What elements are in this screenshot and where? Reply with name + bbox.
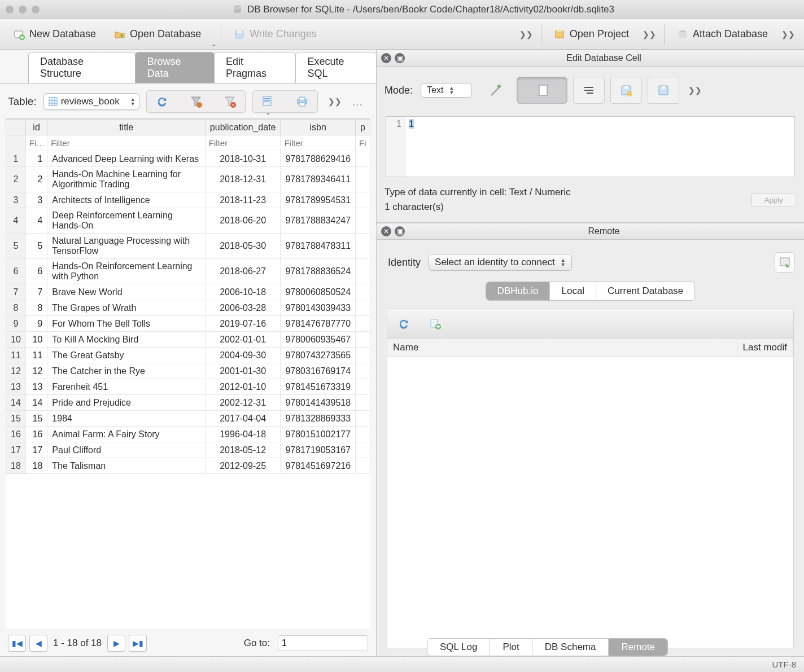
cell-publication-date[interactable]: 2017-04-04 [205, 411, 281, 427]
cell-id[interactable]: 5 [25, 234, 47, 259]
cell-isbn[interactable]: 9780141439518 [281, 395, 356, 411]
cell-p[interactable] [356, 234, 370, 259]
cell-isbn[interactable]: 9780143039433 [281, 300, 356, 316]
cell-p[interactable] [356, 284, 370, 300]
save-filter-button[interactable] [222, 94, 237, 109]
new-database-button[interactable]: New Database [6, 25, 104, 43]
cell-publication-date[interactable]: 2018-05-12 [205, 442, 281, 458]
export-button[interactable] [648, 77, 679, 104]
close-panel-button[interactable]: ✕ [381, 226, 391, 236]
cell-p[interactable] [356, 427, 370, 442]
filter-isbn-input[interactable] [284, 138, 352, 148]
cell-id[interactable]: 1 [25, 151, 47, 167]
cell-title[interactable]: Advanced Deep Learning with Keras [47, 151, 206, 167]
goto-input[interactable] [278, 635, 368, 651]
close-panel-button[interactable]: ✕ [381, 53, 391, 63]
cell-publication-date[interactable]: 2018-06-20 [205, 208, 281, 234]
cell-isbn[interactable]: 9780743273565 [281, 348, 356, 363]
cell-publication-date[interactable]: 2004-09-30 [205, 348, 281, 363]
cell-id[interactable]: 9 [25, 316, 47, 332]
cell-publication-date[interactable]: 2018-05-30 [205, 234, 281, 259]
column-header-isbn[interactable]: isbn [281, 120, 356, 135]
cell-id[interactable]: 18 [25, 458, 47, 474]
table-row[interactable]: 66Hands-On Reinforcement Learning with P… [6, 259, 370, 284]
cell-publication-date[interactable]: 2006-10-18 [205, 284, 281, 300]
table-row[interactable]: 1717Paul Clifford2018-05-129781719053167 [6, 442, 370, 458]
filter-title-input[interactable] [51, 138, 202, 148]
cell-id[interactable]: 10 [25, 332, 47, 348]
table-row[interactable]: 88The Grapes of Wrath2006-03-28978014303… [6, 300, 370, 316]
attach-database-button[interactable]: Attach Database [669, 25, 776, 43]
cell-p[interactable] [356, 316, 370, 332]
cell-publication-date[interactable]: 2018-06-27 [205, 259, 281, 284]
insert-record-button[interactable]: ⌄ [261, 94, 276, 109]
detach-panel-button[interactable]: ▣ [395, 226, 405, 236]
tab-local[interactable]: Local [550, 282, 596, 300]
cell-isbn[interactable]: 9780060935467 [281, 332, 356, 348]
table-row[interactable]: 44Deep Reinforcement Learning Hands-On20… [6, 208, 370, 234]
cell-value-text[interactable]: 1 [405, 117, 794, 177]
cell-publication-date[interactable]: 2018-11-23 [205, 192, 281, 208]
tab-plot[interactable]: Plot [490, 639, 532, 656]
identity-selector[interactable]: Select an identity to connect ▲▼ [429, 254, 572, 271]
detach-panel-button[interactable]: ▣ [395, 53, 405, 63]
cell-isbn[interactable]: 9780151002177 [281, 427, 356, 442]
print-button[interactable] [295, 94, 309, 109]
encoding-indicator[interactable]: UTF-8 [772, 660, 797, 669]
filter-pub-input[interactable] [209, 138, 277, 148]
refresh-button[interactable] [155, 94, 169, 109]
cell-title[interactable]: The Grapes of Wrath [47, 300, 206, 316]
open-database-button[interactable]: Open Database [106, 25, 209, 43]
filter-id-input[interactable] [29, 138, 44, 148]
cell-isbn[interactable]: 9781451697216 [281, 458, 356, 474]
cell-title[interactable]: To Kill A Mocking Bird [47, 332, 206, 348]
open-project-button[interactable]: Open Project [546, 25, 637, 43]
table-row[interactable]: 99For Whom The Bell Tolls2019-07-1697814… [6, 316, 370, 332]
more-button[interactable]: … [352, 95, 364, 108]
next-page-button[interactable]: ▶ [107, 635, 125, 652]
cell-id[interactable]: 16 [25, 427, 47, 442]
remote-header-name[interactable]: Name [387, 339, 737, 357]
cell-title[interactable]: Farenheit 451 [47, 379, 206, 395]
cell-p[interactable] [356, 208, 370, 234]
tab-edit-pragmas[interactable]: Edit Pragmas [214, 52, 296, 83]
rtl-button[interactable] [573, 77, 605, 104]
cell-p[interactable] [356, 192, 370, 208]
table-row[interactable]: 1010To Kill A Mocking Bird2002-01-019780… [6, 332, 370, 348]
tab-browse-data[interactable]: Browse Data [135, 52, 215, 83]
cell-isbn[interactable]: 9781451673319 [281, 379, 356, 395]
remote-header-last-modified[interactable]: Last modif [737, 339, 793, 357]
cell-id[interactable]: 13 [25, 379, 47, 395]
table-row[interactable]: 1414Pride and Prejudice2002-12-319780141… [6, 395, 370, 411]
cell-isbn[interactable]: 9781788478311 [281, 234, 356, 259]
last-page-button[interactable]: ▶▮ [129, 635, 147, 652]
cell-publication-date[interactable]: 2002-12-31 [205, 395, 281, 411]
cell-p[interactable] [356, 332, 370, 348]
overflow-icon[interactable]: ❯❯ [519, 30, 533, 39]
cell-title[interactable]: Architects of Intelligence [47, 192, 206, 208]
tab-remote[interactable]: Remote [609, 639, 667, 656]
cell-p[interactable] [356, 363, 370, 379]
tab-db-schema[interactable]: DB Schema [532, 639, 609, 656]
column-header-p[interactable]: p [356, 120, 370, 135]
table-row[interactable]: 11Advanced Deep Learning with Keras2018-… [6, 151, 370, 167]
cell-isbn[interactable]: 9780316769174 [281, 363, 356, 379]
cell-id[interactable]: 4 [25, 208, 47, 234]
cell-editor[interactable]: 1 1 [386, 116, 795, 177]
window-controls[interactable] [6, 6, 40, 14]
clear-filters-button[interactable] [189, 94, 203, 109]
cell-p[interactable] [356, 442, 370, 458]
cell-title[interactable]: Animal Farm: A Fairy Story [47, 427, 206, 442]
cell-p[interactable] [356, 411, 370, 427]
filter-p-input[interactable] [359, 138, 366, 148]
cell-publication-date[interactable]: 2002-01-01 [205, 332, 281, 348]
cell-isbn[interactable]: 9781788834247 [281, 208, 356, 234]
cell-title[interactable]: For Whom The Bell Tolls [47, 316, 206, 332]
tab-sql-log[interactable]: SQL Log [427, 639, 490, 656]
cell-title[interactable]: Natural Language Processing with TensorF… [47, 234, 206, 259]
cell-p[interactable] [356, 300, 370, 316]
tab-database-structure[interactable]: Database Structure [28, 52, 136, 83]
cell-title[interactable]: Pride and Prejudice [47, 395, 206, 411]
cell-title[interactable]: Paul Clifford [47, 442, 206, 458]
chevron-down-icon[interactable]: ⌄ [211, 41, 216, 48]
